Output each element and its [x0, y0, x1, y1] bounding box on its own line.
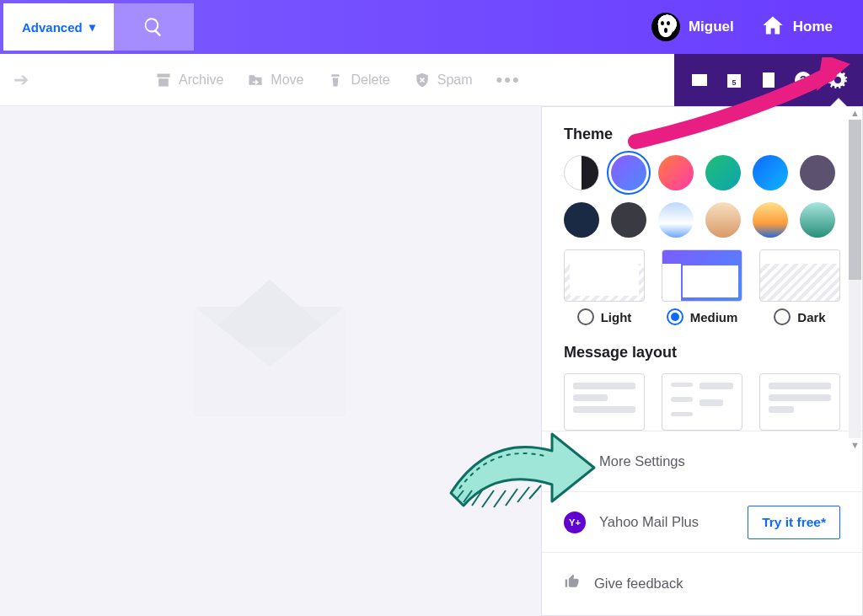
svg-text:?: ?	[800, 73, 807, 87]
gear-icon	[828, 70, 848, 90]
density-option-medium[interactable]: Medium	[662, 308, 742, 325]
theme-swatch-scene-forest[interactable]	[800, 202, 835, 238]
density-option-dark[interactable]: Dark	[759, 308, 840, 325]
home-label: Home	[793, 19, 833, 35]
more-actions-button[interactable]: •••	[496, 69, 521, 91]
theme-swatch-classic[interactable]	[564, 155, 599, 190]
notes-button[interactable]	[757, 68, 780, 92]
message-viewer-empty	[0, 106, 539, 616]
search-button[interactable]	[114, 3, 194, 51]
try-it-free-button[interactable]: Try it free*	[748, 506, 840, 539]
layout-option-list[interactable]	[564, 373, 645, 431]
advanced-label: Advanced	[22, 20, 83, 35]
theme-swatch-navy[interactable]	[564, 202, 599, 238]
move-label: Move	[271, 72, 303, 88]
radio-icon	[774, 308, 791, 325]
contacts-button[interactable]	[688, 68, 711, 92]
density-dark-label: Dark	[797, 310, 825, 324]
settings-footer: More Settings Y+ Yahoo Mail Plus Try it …	[542, 431, 862, 613]
density-medium-label: Medium	[690, 310, 738, 324]
chevron-down-icon: ▾	[89, 20, 95, 34]
density-preview-dark[interactable]	[759, 249, 840, 302]
theme-swatch-purple[interactable]	[611, 155, 646, 190]
envelope-icon	[194, 307, 346, 416]
profile-menu[interactable]: Miguel	[651, 13, 734, 41]
theme-swatch-plum[interactable]	[800, 155, 835, 190]
ellipsis-icon: •••	[496, 69, 521, 91]
user-name: Miguel	[689, 19, 734, 35]
more-settings-link[interactable]: More Settings	[542, 431, 862, 492]
message-layout-heading: Message layout	[564, 344, 840, 362]
search-area: Advanced ▾	[3, 3, 194, 51]
theme-heading: Theme	[564, 126, 840, 143]
theme-swatch-blue[interactable]	[753, 155, 788, 190]
layout-option-split[interactable]	[662, 373, 742, 431]
delete-label: Delete	[351, 72, 389, 88]
panel-scrollbar[interactable]: ▲ ▼	[849, 106, 861, 452]
svg-text:5: 5	[732, 78, 737, 87]
spam-label: Spam	[437, 72, 473, 88]
yahoo-plus-icon: Y+	[564, 512, 586, 533]
scroll-up-icon[interactable]: ▲	[849, 106, 861, 120]
more-settings-label: More Settings	[599, 453, 685, 469]
avatar	[651, 13, 680, 41]
density-preview-light[interactable]	[564, 249, 645, 302]
thumbs-up-icon	[564, 573, 581, 593]
theme-swatch-green[interactable]	[705, 155, 741, 190]
archive-icon	[155, 72, 172, 88]
calendar-icon: 5	[724, 70, 744, 90]
calendar-button[interactable]: 5	[722, 68, 746, 92]
spam-button[interactable]: Spam	[414, 72, 473, 88]
move-button[interactable]: Move	[247, 72, 303, 88]
home-icon	[761, 13, 785, 41]
give-feedback-link[interactable]: Give feedback	[542, 553, 862, 613]
feedback-label: Give feedback	[594, 576, 683, 592]
shield-x-icon	[414, 72, 431, 88]
mail-plus-label: Yahoo Mail Plus	[599, 514, 699, 530]
theme-swatch-scene-clouds[interactable]	[658, 202, 694, 238]
popover-arrow	[830, 99, 847, 107]
density-light-label: Light	[601, 310, 632, 324]
app-header: Advanced ▾ Miguel Home	[0, 0, 863, 54]
id-card-icon	[689, 70, 710, 90]
theme-swatch-scene-desert[interactable]	[705, 202, 741, 238]
help-button[interactable]: ?	[791, 68, 815, 92]
theme-swatch-charcoal[interactable]	[611, 202, 646, 238]
mail-plus-row: Y+ Yahoo Mail Plus Try it free*	[542, 492, 862, 553]
advanced-search-toggle[interactable]: Advanced ▾	[3, 3, 114, 51]
delete-button[interactable]: Delete	[327, 72, 389, 88]
settings-button[interactable]	[826, 68, 850, 92]
forward-icon[interactable]: ➔	[13, 69, 29, 91]
archive-button[interactable]: Archive	[155, 72, 223, 88]
note-icon	[758, 70, 779, 90]
trash-icon	[327, 72, 344, 88]
theme-swatch-scene-beach[interactable]	[753, 202, 788, 238]
theme-swatch-orange[interactable]	[658, 155, 694, 190]
move-icon	[247, 72, 264, 88]
density-preview-medium[interactable]	[662, 249, 742, 302]
radio-icon	[667, 308, 683, 325]
home-link[interactable]: Home	[761, 13, 846, 41]
user-area: Miguel Home	[651, 13, 846, 41]
help-icon: ?	[793, 70, 813, 90]
density-option-light[interactable]: Light	[564, 308, 645, 325]
scroll-down-icon[interactable]: ▼	[849, 438, 861, 452]
archive-label: Archive	[179, 72, 223, 88]
layout-option-wide[interactable]	[759, 373, 840, 431]
quick-settings-panel: Theme	[541, 106, 863, 616]
radio-icon	[577, 308, 594, 325]
search-icon	[142, 16, 164, 38]
